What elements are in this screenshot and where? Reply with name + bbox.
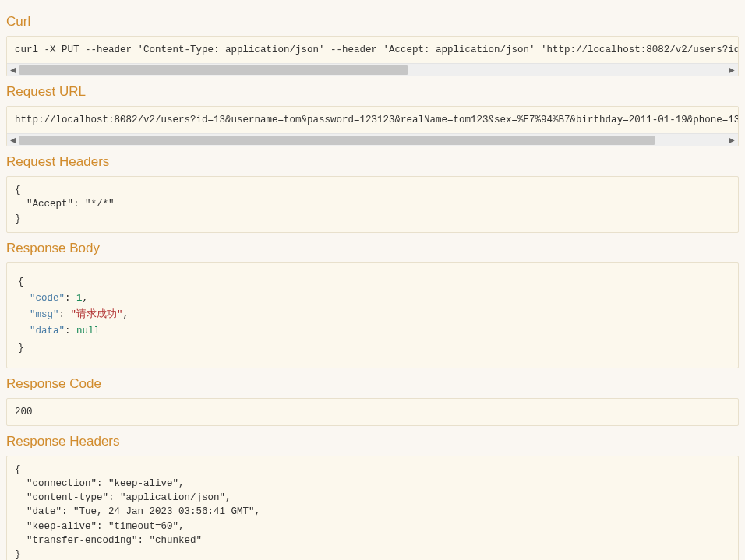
scroll-left-icon[interactable]: ◀ [7, 64, 19, 76]
response-headers-heading: Response Headers [6, 434, 739, 449]
scroll-right-icon[interactable]: ▶ [726, 134, 738, 146]
request-headers-heading: Request Headers [6, 154, 739, 170]
scrollbar-thumb[interactable] [19, 65, 408, 75]
response-code-heading: Response Code [6, 376, 739, 392]
scrollbar-track[interactable] [19, 134, 726, 146]
request-url-heading: Request URL [6, 84, 739, 100]
scroll-right-icon[interactable]: ▶ [726, 64, 738, 76]
response-headers-block: { "connection": "keep-alive", "content-t… [6, 456, 739, 560]
request-headers-block: { "Accept": "*/*" } [6, 176, 739, 232]
request-url-value: http://localhost:8082/v2/users?id=13&use… [7, 107, 738, 133]
scroll-left-icon[interactable]: ◀ [7, 134, 19, 146]
response-body-heading: Response Body [6, 241, 739, 256]
response-code-block: 200 [6, 398, 739, 426]
response-body-block: { "code": 1, "msg": "请求成功", "data": null… [6, 262, 739, 368]
scrollbar-track[interactable] [19, 64, 726, 76]
request-url-scrollbar[interactable]: ◀ ▶ [7, 133, 738, 146]
curl-heading: Curl [6, 14, 739, 30]
curl-block: curl -X PUT --header 'Content-Type: appl… [6, 36, 739, 76]
scrollbar-thumb[interactable] [19, 136, 655, 145]
curl-scrollbar[interactable]: ◀ ▶ [7, 63, 738, 76]
curl-command: curl -X PUT --header 'Content-Type: appl… [7, 37, 738, 63]
response-body-json: { "code": 1, "msg": "请求成功", "data": null… [18, 274, 727, 357]
request-url-block: http://localhost:8082/v2/users?id=13&use… [6, 106, 739, 146]
